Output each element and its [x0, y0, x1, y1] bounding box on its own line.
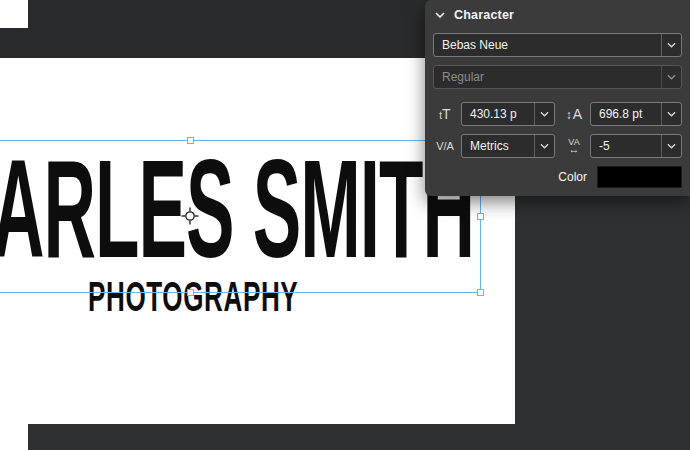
- kerning-dropdown[interactable]: Metrics: [461, 134, 555, 158]
- font-style-dropdown: Regular: [433, 65, 682, 89]
- font-size-icon: tT: [433, 107, 457, 121]
- panel-title: Character: [454, 8, 514, 22]
- selection-handle-right-center[interactable]: [477, 213, 484, 220]
- selection-handle-bottom-right[interactable]: [477, 289, 484, 296]
- leading-value: 696.8 pt: [591, 107, 661, 121]
- chevron-down-icon: [661, 34, 681, 56]
- precise-cursor-icon: [181, 207, 199, 225]
- leading-icon: ↕A: [562, 107, 586, 121]
- chevron-down-icon: [534, 103, 554, 125]
- font-style-value: Regular: [434, 70, 661, 84]
- font-size-dropdown[interactable]: 430.13 p: [461, 102, 555, 126]
- kerning-value: Metrics: [462, 139, 534, 153]
- tracking-icon: VA ↔: [562, 138, 586, 155]
- tracking-value: -5: [591, 139, 661, 153]
- panel-collapse-icon[interactable]: [435, 12, 445, 18]
- chevron-down-icon: [661, 103, 681, 125]
- chevron-down-icon: [661, 135, 681, 157]
- kerning-icon: V/A: [433, 141, 457, 152]
- color-swatch[interactable]: [597, 166, 682, 188]
- character-panel-header[interactable]: Character: [425, 0, 690, 27]
- design-bottom-bar: [28, 424, 690, 450]
- selection-handle-bottom-center[interactable]: [187, 289, 194, 296]
- color-label: Color: [558, 170, 587, 184]
- app-window: ARLES SMITH PHOTOGRAPHY Character Bebas …: [0, 0, 690, 450]
- font-family-value: Bebas Neue: [434, 38, 661, 52]
- chevron-down-icon: [534, 135, 554, 157]
- selection-handle-top-center[interactable]: [187, 137, 194, 144]
- font-family-dropdown[interactable]: Bebas Neue: [433, 33, 682, 57]
- selection-bounding-box[interactable]: [0, 140, 481, 293]
- chevron-down-icon: [661, 66, 681, 88]
- font-size-value: 430.13 p: [462, 107, 534, 121]
- design-top-bar-left: [0, 28, 28, 58]
- tracking-dropdown[interactable]: -5: [590, 134, 682, 158]
- leading-dropdown[interactable]: 696.8 pt: [590, 102, 682, 126]
- character-panel: Character Bebas Neue Regular tT 430.13 p: [425, 0, 690, 196]
